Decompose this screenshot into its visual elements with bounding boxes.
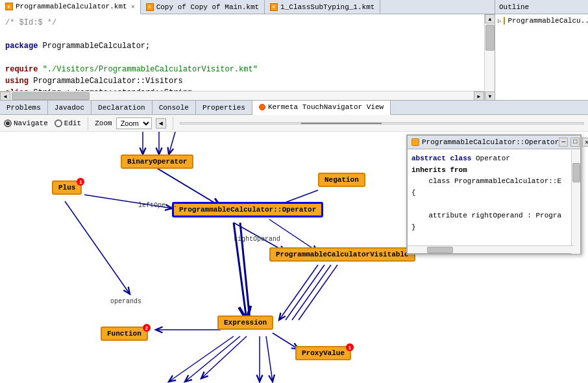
tab-copy-main[interactable]: K Copy of Copy of Main.kmt	[141, 0, 265, 14]
toolbar-separator	[88, 117, 88, 130]
toolbar-separator-2	[173, 117, 173, 130]
node-function-badge: 2	[143, 324, 151, 332]
popup-scroll-thumb-v[interactable]	[572, 163, 580, 182]
node-operator-center[interactable]: ProgrammableCalculator::Operator	[172, 202, 323, 217]
svg-line-18	[169, 336, 234, 382]
editor-scrollbar-vertical[interactable]: ▲ ▼	[484, 14, 495, 101]
edit-radio[interactable]: Edit	[55, 119, 81, 127]
node-plus[interactable]: Plus 1	[52, 180, 82, 195]
code-editor[interactable]: /* $Id:$ */ package ProgrammableCalculat…	[0, 14, 495, 101]
svg-line-12	[292, 265, 331, 320]
edit-radio-button[interactable]	[55, 119, 62, 127]
tab-close-0[interactable]: ✕	[131, 3, 135, 10]
bottom-panel: Problems Javadoc Declaration Console Pro…	[0, 101, 588, 383]
node-programmable-visitable[interactable]: ProgrammableCalculatorVisitable 2	[269, 247, 415, 262]
node-proxyvalue-badge: 1	[346, 343, 354, 351]
diagram-canvas[interactable]: BinaryOperator Plus 1 Negation Programma…	[0, 132, 588, 383]
scroll-down-arrow[interactable]: ▼	[485, 92, 495, 101]
popup-close-button[interactable]: ✕	[582, 138, 588, 147]
tab-problems[interactable]: Problems	[0, 101, 48, 115]
outline-panel: Outline ▷ ProgrammableCalcu...	[495, 0, 588, 101]
scroll-up-arrow[interactable]: ▲	[485, 14, 495, 23]
nav-scroll-thumb[interactable]	[301, 123, 382, 124]
svg-line-17	[185, 336, 240, 382]
edge-label-operands: operands	[110, 298, 141, 305]
popup-scrollbar-h[interactable]	[408, 245, 574, 253]
editor-scrollbar-horizontal[interactable]: ◀ ▶	[0, 91, 484, 100]
outline-tab: Outline	[495, 0, 588, 14]
svg-line-16	[201, 336, 247, 378]
node-binary-operator[interactable]: BinaryOperator	[121, 154, 193, 169]
popup-minimize-button[interactable]: —	[559, 138, 568, 147]
tab-declaration[interactable]: Declaration	[92, 101, 153, 115]
zoom-label: Zoom	[95, 119, 112, 127]
node-expression[interactable]: Expression	[217, 315, 273, 330]
edge-label-leftope: leftOpe...	[138, 202, 177, 209]
svg-line-3	[156, 167, 221, 206]
scroll-right-arrow[interactable]: ▶	[474, 92, 484, 101]
info-popup-header: ProgrammableCalculator::Operator — □ ✕	[408, 136, 580, 149]
popup-scroll-thumb-h[interactable]	[427, 247, 453, 253]
info-popup: ProgrammableCalculator::Operator — □ ✕ a…	[406, 134, 582, 254]
navigator-toolbar: Navigate Edit Zoom Zoom 50% 75% 100% 150…	[0, 115, 588, 132]
tab-kermeta-touchnavigator[interactable]: Kermeta TouchNavigator View	[252, 101, 391, 115]
node-function[interactable]: Function 2	[101, 327, 148, 341]
scroll-left-nav[interactable]: ◀	[156, 118, 166, 129]
nav-scrollbar[interactable]	[180, 122, 584, 125]
tab-programmable-calculator[interactable]: K ProgrammableCalculator.kmt ✕	[0, 0, 141, 14]
kmt-file-icon-2: K	[146, 3, 154, 11]
editor-tab-bar: K ProgrammableCalculator.kmt ✕ K Copy of…	[0, 0, 495, 14]
mode-radio-group: Navigate Edit	[4, 119, 81, 127]
node-negation[interactable]: Negation	[318, 173, 365, 187]
svg-line-10	[279, 265, 318, 320]
scroll-left-arrow[interactable]: ◀	[0, 92, 10, 101]
svg-line-2	[169, 132, 175, 154]
outline-content: ▷ ProgrammableCalcu...	[495, 14, 588, 27]
tab-javadoc[interactable]: Javadoc	[48, 101, 92, 115]
svg-line-13	[299, 265, 337, 320]
scroll-thumb-h[interactable]	[12, 92, 90, 100]
tab-class-sub-typing[interactable]: K 1_ClassSubTyping_1.kmt	[265, 0, 380, 14]
popup-class-icon	[411, 138, 419, 146]
tab-console[interactable]: Console	[153, 101, 196, 115]
info-popup-content: abstract class Operator inherits from cl…	[408, 149, 580, 253]
tree-expand-icon[interactable]: ▷	[498, 18, 501, 25]
kmt-file-icon: K	[5, 3, 13, 10]
outline-item[interactable]: ▷ ProgrammableCalcu...	[498, 17, 585, 25]
bottom-tab-bar: Problems Javadoc Declaration Console Pro…	[0, 101, 588, 115]
popup-maximize-button[interactable]: □	[570, 138, 580, 147]
kmt-file-icon-3: K	[270, 3, 278, 11]
popup-title: ProgrammableCalculator::Operator	[422, 138, 559, 146]
popup-scrollbar-v[interactable]	[571, 150, 580, 254]
zoom-dropdown[interactable]: Zoom 50% 75% 100% 150% 200%	[116, 117, 152, 129]
folder-icon	[504, 17, 505, 25]
navigate-radio[interactable]: Navigate	[4, 119, 48, 127]
kermeta-dot-icon	[259, 104, 265, 110]
node-proxy-value[interactable]: ProxyValue 1	[295, 346, 351, 360]
scroll-thumb-v[interactable]	[485, 25, 495, 51]
svg-line-15	[273, 333, 299, 349]
svg-line-20	[266, 336, 273, 382]
svg-line-21	[65, 201, 130, 294]
tab-properties[interactable]: Properties	[196, 101, 252, 115]
editor-area: K ProgrammableCalculator.kmt ✕ K Copy of…	[0, 0, 495, 101]
navigate-radio-button[interactable]	[4, 119, 12, 127]
edge-label-rightoperand: rightOperand	[234, 236, 280, 243]
svg-line-11	[286, 265, 325, 320]
node-plus-badge: 1	[77, 178, 84, 186]
